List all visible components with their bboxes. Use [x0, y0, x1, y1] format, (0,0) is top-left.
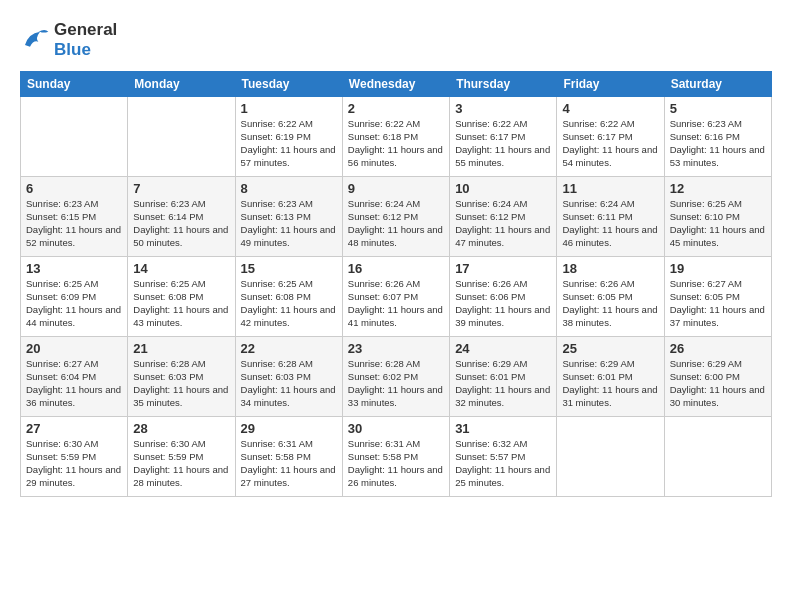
- calendar-cell: 31Sunrise: 6:32 AMSunset: 5:57 PMDayligh…: [450, 417, 557, 497]
- day-number: 30: [348, 421, 444, 436]
- day-number: 27: [26, 421, 122, 436]
- day-number: 19: [670, 261, 766, 276]
- calendar-cell: 28Sunrise: 6:30 AMSunset: 5:59 PMDayligh…: [128, 417, 235, 497]
- cell-info: Sunrise: 6:25 AMSunset: 6:08 PMDaylight:…: [133, 278, 229, 329]
- calendar-cell: [21, 97, 128, 177]
- day-number: 11: [562, 181, 658, 196]
- calendar-cell: 18Sunrise: 6:26 AMSunset: 6:05 PMDayligh…: [557, 257, 664, 337]
- weekday-header-tuesday: Tuesday: [235, 72, 342, 97]
- calendar-cell: 24Sunrise: 6:29 AMSunset: 6:01 PMDayligh…: [450, 337, 557, 417]
- cell-info: Sunrise: 6:22 AMSunset: 6:19 PMDaylight:…: [241, 118, 337, 169]
- header: General Blue: [20, 20, 772, 59]
- day-number: 3: [455, 101, 551, 116]
- calendar-cell: 17Sunrise: 6:26 AMSunset: 6:06 PMDayligh…: [450, 257, 557, 337]
- cell-info: Sunrise: 6:23 AMSunset: 6:14 PMDaylight:…: [133, 198, 229, 249]
- calendar-cell: 2Sunrise: 6:22 AMSunset: 6:18 PMDaylight…: [342, 97, 449, 177]
- calendar-week-row: 27Sunrise: 6:30 AMSunset: 5:59 PMDayligh…: [21, 417, 772, 497]
- day-number: 25: [562, 341, 658, 356]
- cell-info: Sunrise: 6:27 AMSunset: 6:04 PMDaylight:…: [26, 358, 122, 409]
- cell-info: Sunrise: 6:26 AMSunset: 6:07 PMDaylight:…: [348, 278, 444, 329]
- calendar-cell: 21Sunrise: 6:28 AMSunset: 6:03 PMDayligh…: [128, 337, 235, 417]
- page: General Blue SundayMondayTuesdayWednesda…: [0, 0, 792, 612]
- day-number: 28: [133, 421, 229, 436]
- calendar-cell: 9Sunrise: 6:24 AMSunset: 6:12 PMDaylight…: [342, 177, 449, 257]
- cell-info: Sunrise: 6:29 AMSunset: 6:01 PMDaylight:…: [455, 358, 551, 409]
- day-number: 21: [133, 341, 229, 356]
- weekday-header-thursday: Thursday: [450, 72, 557, 97]
- day-number: 16: [348, 261, 444, 276]
- calendar-cell: [557, 417, 664, 497]
- weekday-header-monday: Monday: [128, 72, 235, 97]
- calendar-week-row: 6Sunrise: 6:23 AMSunset: 6:15 PMDaylight…: [21, 177, 772, 257]
- day-number: 22: [241, 341, 337, 356]
- cell-info: Sunrise: 6:24 AMSunset: 6:12 PMDaylight:…: [348, 198, 444, 249]
- cell-info: Sunrise: 6:30 AMSunset: 5:59 PMDaylight:…: [26, 438, 122, 489]
- calendar-cell: 29Sunrise: 6:31 AMSunset: 5:58 PMDayligh…: [235, 417, 342, 497]
- cell-info: Sunrise: 6:31 AMSunset: 5:58 PMDaylight:…: [348, 438, 444, 489]
- day-number: 9: [348, 181, 444, 196]
- day-number: 6: [26, 181, 122, 196]
- day-number: 14: [133, 261, 229, 276]
- day-number: 31: [455, 421, 551, 436]
- day-number: 18: [562, 261, 658, 276]
- calendar-cell: 5Sunrise: 6:23 AMSunset: 6:16 PMDaylight…: [664, 97, 771, 177]
- cell-info: Sunrise: 6:23 AMSunset: 6:13 PMDaylight:…: [241, 198, 337, 249]
- calendar-cell: 16Sunrise: 6:26 AMSunset: 6:07 PMDayligh…: [342, 257, 449, 337]
- calendar-cell: [664, 417, 771, 497]
- cell-info: Sunrise: 6:29 AMSunset: 6:01 PMDaylight:…: [562, 358, 658, 409]
- logo-text: General Blue: [54, 20, 117, 59]
- calendar-cell: 13Sunrise: 6:25 AMSunset: 6:09 PMDayligh…: [21, 257, 128, 337]
- cell-info: Sunrise: 6:28 AMSunset: 6:03 PMDaylight:…: [241, 358, 337, 409]
- cell-info: Sunrise: 6:23 AMSunset: 6:15 PMDaylight:…: [26, 198, 122, 249]
- cell-info: Sunrise: 6:28 AMSunset: 6:03 PMDaylight:…: [133, 358, 229, 409]
- calendar-cell: 1Sunrise: 6:22 AMSunset: 6:19 PMDaylight…: [235, 97, 342, 177]
- cell-info: Sunrise: 6:26 AMSunset: 6:06 PMDaylight:…: [455, 278, 551, 329]
- cell-info: Sunrise: 6:24 AMSunset: 6:11 PMDaylight:…: [562, 198, 658, 249]
- day-number: 4: [562, 101, 658, 116]
- cell-info: Sunrise: 6:25 AMSunset: 6:08 PMDaylight:…: [241, 278, 337, 329]
- day-number: 24: [455, 341, 551, 356]
- cell-info: Sunrise: 6:26 AMSunset: 6:05 PMDaylight:…: [562, 278, 658, 329]
- calendar-cell: 11Sunrise: 6:24 AMSunset: 6:11 PMDayligh…: [557, 177, 664, 257]
- cell-info: Sunrise: 6:30 AMSunset: 5:59 PMDaylight:…: [133, 438, 229, 489]
- day-number: 12: [670, 181, 766, 196]
- calendar-cell: 20Sunrise: 6:27 AMSunset: 6:04 PMDayligh…: [21, 337, 128, 417]
- calendar-cell: 22Sunrise: 6:28 AMSunset: 6:03 PMDayligh…: [235, 337, 342, 417]
- calendar-cell: 8Sunrise: 6:23 AMSunset: 6:13 PMDaylight…: [235, 177, 342, 257]
- cell-info: Sunrise: 6:23 AMSunset: 6:16 PMDaylight:…: [670, 118, 766, 169]
- calendar-week-row: 20Sunrise: 6:27 AMSunset: 6:04 PMDayligh…: [21, 337, 772, 417]
- cell-info: Sunrise: 6:25 AMSunset: 6:09 PMDaylight:…: [26, 278, 122, 329]
- calendar-cell: 15Sunrise: 6:25 AMSunset: 6:08 PMDayligh…: [235, 257, 342, 337]
- calendar-cell: 27Sunrise: 6:30 AMSunset: 5:59 PMDayligh…: [21, 417, 128, 497]
- day-number: 5: [670, 101, 766, 116]
- day-number: 26: [670, 341, 766, 356]
- day-number: 2: [348, 101, 444, 116]
- calendar-week-row: 13Sunrise: 6:25 AMSunset: 6:09 PMDayligh…: [21, 257, 772, 337]
- cell-info: Sunrise: 6:27 AMSunset: 6:05 PMDaylight:…: [670, 278, 766, 329]
- calendar-cell: 7Sunrise: 6:23 AMSunset: 6:14 PMDaylight…: [128, 177, 235, 257]
- day-number: 13: [26, 261, 122, 276]
- calendar-cell: 6Sunrise: 6:23 AMSunset: 6:15 PMDaylight…: [21, 177, 128, 257]
- day-number: 8: [241, 181, 337, 196]
- cell-info: Sunrise: 6:24 AMSunset: 6:12 PMDaylight:…: [455, 198, 551, 249]
- calendar-cell: [128, 97, 235, 177]
- calendar-cell: 4Sunrise: 6:22 AMSunset: 6:17 PMDaylight…: [557, 97, 664, 177]
- calendar-week-row: 1Sunrise: 6:22 AMSunset: 6:19 PMDaylight…: [21, 97, 772, 177]
- day-number: 29: [241, 421, 337, 436]
- logo: General Blue: [20, 20, 117, 59]
- calendar-cell: 10Sunrise: 6:24 AMSunset: 6:12 PMDayligh…: [450, 177, 557, 257]
- day-number: 10: [455, 181, 551, 196]
- cell-info: Sunrise: 6:25 AMSunset: 6:10 PMDaylight:…: [670, 198, 766, 249]
- calendar-cell: 25Sunrise: 6:29 AMSunset: 6:01 PMDayligh…: [557, 337, 664, 417]
- weekday-header-row: SundayMondayTuesdayWednesdayThursdayFrid…: [21, 72, 772, 97]
- day-number: 7: [133, 181, 229, 196]
- cell-info: Sunrise: 6:29 AMSunset: 6:00 PMDaylight:…: [670, 358, 766, 409]
- day-number: 1: [241, 101, 337, 116]
- cell-info: Sunrise: 6:28 AMSunset: 6:02 PMDaylight:…: [348, 358, 444, 409]
- weekday-header-saturday: Saturday: [664, 72, 771, 97]
- day-number: 17: [455, 261, 551, 276]
- weekday-header-sunday: Sunday: [21, 72, 128, 97]
- cell-info: Sunrise: 6:22 AMSunset: 6:18 PMDaylight:…: [348, 118, 444, 169]
- day-number: 23: [348, 341, 444, 356]
- calendar-cell: 30Sunrise: 6:31 AMSunset: 5:58 PMDayligh…: [342, 417, 449, 497]
